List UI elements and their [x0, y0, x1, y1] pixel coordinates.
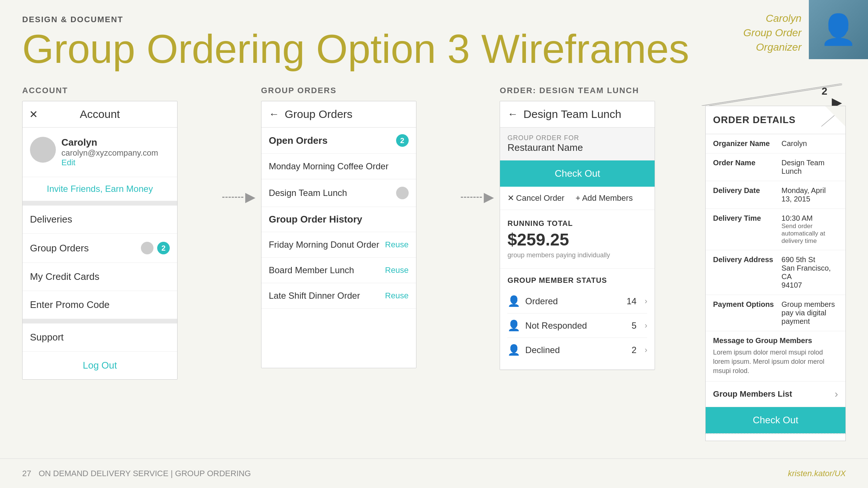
avatar — [30, 137, 56, 163]
page-number: 27 — [22, 469, 31, 478]
main-title: Group Ordering Option 3 Wireframes — [22, 26, 846, 71]
menu-item-support[interactable]: Support — [23, 323, 177, 352]
persona-text: Carolyn Group OrderOrganizer — [743, 0, 809, 55]
bottom-left-area: 27 ON DEMAND DELIVERY SERVICE | GROUP OR… — [22, 469, 251, 478]
od-organizer-row: Organizer Name Carolyn — [706, 134, 845, 153]
not-responded-chevron-icon: › — [645, 321, 647, 331]
od-delivery-time-row: Delivery Time 10:30 AMSend order automat… — [706, 209, 845, 250]
group-orders-header: ← Group Orders — [261, 101, 416, 128]
od-order-name-value: Design Team Lunch — [781, 159, 838, 176]
od-delivery-address-row: Delivery Address 690 5th StSan Francisco… — [706, 250, 845, 295]
order-detail-header: ← Design Team Lunch — [500, 101, 655, 128]
menu-item-group-orders[interactable]: Group Orders 2 — [23, 234, 177, 263]
user-email: carolyn@xyzcompany.com — [61, 148, 158, 158]
group-for-section: GROUP ORDER FOR Restaurant Name — [500, 128, 655, 160]
invite-bar[interactable]: Invite Friends, Earn Money — [23, 177, 177, 201]
board-reuse-link[interactable]: Reuse — [385, 265, 409, 275]
group-orders-wireframe: ← Group Orders Open Orders 2 Monday Morn… — [261, 101, 416, 368]
design-lunch-label: Design Team Lunch — [269, 188, 347, 198]
order-actions: ✕ Cancel Order + Add Members — [500, 187, 655, 210]
x-icon: ✕ — [507, 193, 514, 203]
order-detail-section: ORDER: DESIGN TEAM LUNCH ← Design Team L… — [500, 86, 694, 370]
declined-chevron-icon: › — [645, 345, 647, 355]
gray-dot-indicator — [141, 242, 153, 254]
declined-icon: 👤 — [507, 344, 521, 356]
od-organizer-value: Carolyn — [781, 139, 838, 148]
od-members-row[interactable]: Group Members List › — [706, 382, 845, 407]
not-responded-label: Not Responded — [525, 321, 627, 331]
order-item-design-lunch[interactable]: Design Team Lunch — [261, 179, 416, 207]
group-orders-right: 2 — [141, 242, 170, 254]
declined-count: 2 — [632, 345, 636, 355]
menu-item-credit-cards[interactable]: My Credit Cards — [23, 263, 177, 291]
status-row-not-responded[interactable]: 👤 Not Responded 5 › — [507, 314, 647, 338]
od-delivery-address-label: Delivery Address — [713, 255, 776, 264]
running-total-sub: group members paying individually — [507, 251, 647, 259]
ordered-chevron-icon: › — [645, 296, 647, 306]
od-organizer-label: Organizer Name — [713, 139, 776, 148]
not-responded-count: 5 — [632, 321, 636, 331]
dotted-line-2 — [461, 197, 482, 198]
status-row-declined[interactable]: 👤 Declined 2 › — [507, 338, 647, 362]
group-for-label: GROUP ORDER FOR — [507, 134, 647, 142]
user-name: Carolyn — [61, 137, 158, 148]
group-orders-section: GROUP ORDERS ← Group Orders Open Orders … — [261, 86, 456, 368]
history-label: Group Order History — [269, 214, 362, 225]
account-header-bar: ✕ Account — [23, 101, 177, 128]
diagonal-svg — [702, 84, 842, 106]
order-item-coffee[interactable]: Monday Morning Coffee Order — [261, 154, 416, 179]
empty-space — [261, 309, 416, 368]
open-orders-label: Open Orders — [269, 135, 328, 146]
person-icon: 👤 — [820, 12, 857, 47]
menu-item-promo-code[interactable]: Enter Promo Code — [23, 291, 177, 319]
svg-line-0 — [702, 84, 842, 106]
arrow-head-1: ▶ — [245, 189, 256, 205]
menu-item-deliveries[interactable]: Deliveries — [23, 206, 177, 234]
od-checkout-button[interactable]: Check Out — [706, 407, 845, 433]
group-orders-label: Group Orders — [30, 243, 89, 254]
bottom-left-text: ON DEMAND DELIVERY SERVICE | GROUP ORDER… — [38, 469, 251, 478]
history-item-donut[interactable]: Friday Morning Donut Order Reuse — [261, 232, 416, 258]
running-total-amount: $259.25 — [507, 230, 647, 250]
od-payment-value: Group members pay via digital payment — [781, 300, 838, 326]
close-button[interactable]: ✕ — [29, 108, 38, 121]
persona-name: Carolyn — [743, 11, 801, 26]
checkout-button[interactable]: Check Out — [500, 160, 655, 187]
history-header: Group Order History — [261, 207, 416, 232]
history-item-board[interactable]: Board Member Lunch Reuse — [261, 258, 416, 283]
deliveries-label: Deliveries — [30, 214, 72, 225]
ordered-count: 14 — [626, 296, 636, 306]
account-section-label: ACCOUNT — [22, 86, 217, 95]
od-payment-label: Payment Options — [713, 300, 776, 309]
edit-link[interactable]: Edit — [61, 158, 158, 167]
status-row-ordered[interactable]: 👤 Ordered 14 › — [507, 289, 647, 314]
od-message-text: Lorem ipsum dolor merol msupi rolod lore… — [713, 348, 838, 376]
logout-button[interactable]: Log Out — [23, 352, 177, 379]
group-orders-title: Group Orders — [285, 108, 352, 121]
group-status-label: GROUP MEMBER STATUS — [507, 276, 647, 285]
back-arrow-icon[interactable]: ← — [269, 108, 279, 120]
restaurant-name: Restaurant Name — [507, 142, 647, 153]
od-delivery-address-value: 690 5th StSan Francisco, CA94107 — [781, 255, 838, 289]
order-back-arrow-icon[interactable]: ← — [507, 108, 518, 120]
open-orders-badge: 2 — [396, 134, 409, 147]
bottom-right-text: kristen.kator/UX — [788, 469, 846, 478]
od-payment-row: Payment Options Group members pay via di… — [706, 295, 845, 331]
open-orders-header: Open Orders 2 — [261, 128, 416, 154]
late-reuse-link[interactable]: Reuse — [385, 291, 409, 301]
credit-cards-label: My Credit Cards — [30, 271, 99, 282]
cancel-order-link[interactable]: ✕ Cancel Order — [507, 193, 564, 203]
od-delivery-date-row: Delivery Date Monday, April 13, 2015 — [706, 181, 845, 209]
dotted-line-1 — [222, 197, 243, 198]
declined-label: Declined — [525, 345, 627, 355]
arrow-group-to-detail: ▶ — [455, 189, 500, 205]
donut-reuse-link[interactable]: Reuse — [385, 240, 409, 250]
order-details-panel: ORDER DETAILS Organizer Name Carolyn Ord… — [705, 106, 846, 441]
add-members-link[interactable]: + Add Members — [575, 193, 633, 203]
corner-number: 2 — [821, 85, 827, 97]
group-orders-badge: 2 — [157, 242, 170, 254]
members-chevron-icon: › — [835, 388, 838, 400]
history-item-late[interactable]: Late Shift Dinner Order Reuse — [261, 283, 416, 309]
user-info: Carolyn carolyn@xyzcompany.com Edit — [61, 137, 158, 167]
board-order-label: Board Member Lunch — [269, 265, 354, 275]
